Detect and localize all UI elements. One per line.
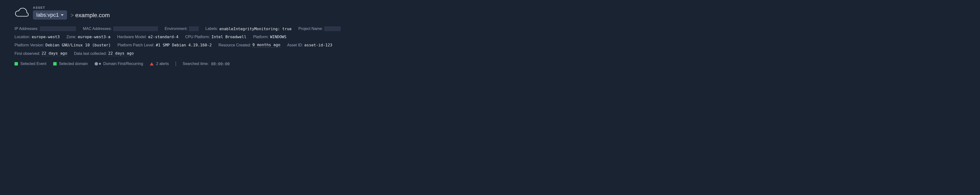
cpu-label: CPU Platform:: [185, 35, 210, 39]
ip-redacted: [40, 26, 76, 31]
breadcrumb-domain: example.com: [75, 12, 110, 19]
asset-header: ASSET labs:vpc1 > example.com: [14, 6, 966, 19]
meta-row-2: Location: europe-west3 Zone: europe-west…: [14, 35, 966, 39]
kv-platform: Platform: WINDOWS: [253, 35, 286, 39]
lastcol-value[interactable]: 22 days ago: [108, 51, 134, 56]
legend-selected-event-label: Selected Event: [20, 62, 46, 66]
meta-row-1: IP Addresses: MAC Addresses: Environment…: [14, 26, 966, 31]
alert-triangle-icon: [150, 62, 154, 65]
project-label: Project Name:: [298, 27, 323, 31]
legend-domain-fr-label: Domain First/Recurring: [103, 62, 143, 66]
kv-cpu: CPU Platform: Intel Broadwell: [185, 35, 246, 39]
asset-label: ASSET: [33, 6, 110, 10]
location-value: europe-west3: [32, 35, 60, 39]
assetid-value: asset-id-123: [304, 43, 332, 48]
legend-selected-event: Selected Event: [14, 62, 46, 66]
kv-ppatch: Platform Patch Level: #1 SMP Debian 4.19…: [118, 43, 212, 48]
legend-alerts-label: 2 alerts: [156, 62, 169, 66]
kv-rcreated: Resource Created: 9 months ago: [218, 43, 280, 48]
pver-label: Platform Version:: [14, 43, 44, 48]
mac-redacted: [113, 26, 158, 31]
cloud-icon: [14, 7, 29, 19]
asset-selector-text: labs:vpc1: [36, 12, 59, 18]
zone-label: Zone:: [67, 35, 76, 39]
hw-value: e2-standard-4: [148, 35, 178, 39]
firstobs-value[interactable]: 22 days ago: [41, 51, 67, 56]
rcreated-label: Resource Created:: [218, 43, 251, 48]
zone-value: europe-west3-a: [78, 35, 110, 39]
kv-assetid: Asset ID: asset-id-123: [287, 43, 332, 48]
legend: Selected Event Selected domain Domain Fi…: [14, 61, 966, 66]
kv-location: Location: europe-west3: [14, 35, 60, 39]
legend-alerts[interactable]: 2 alerts: [150, 62, 169, 66]
meta-row-4: First observed: 22 days ago Data last co…: [14, 51, 966, 56]
asset-metadata: IP Addresses: MAC Addresses: Environment…: [14, 26, 966, 56]
platform-label: Platform:: [253, 35, 269, 39]
pver-value: Debian GNU/Linux 10 (buster): [46, 43, 111, 48]
env-label: Environment:: [165, 27, 188, 31]
kv-lastcol: Data last collected: 22 days ago: [74, 51, 134, 56]
platform-value: WINDOWS: [270, 35, 286, 39]
labels-value: enableIntegrityMonitoring: true: [219, 27, 291, 31]
labels-label: Labels:: [205, 27, 218, 31]
square-icon: [14, 62, 18, 65]
mac-label: MAC Addresses:: [83, 27, 111, 31]
kv-pver: Platform Version: Debian GNU/Linux 10 (b…: [14, 43, 111, 48]
square-icon: [53, 62, 57, 65]
kv-env: Environment:: [165, 26, 199, 31]
lastcol-label: Data last collected:: [74, 51, 107, 56]
kv-zone: Zone: europe-west3-a: [67, 35, 111, 39]
chevron-down-icon: [61, 14, 64, 16]
ppatch-value: #1 SMP Debian 4.19.160-2: [156, 43, 212, 48]
project-redacted: [324, 26, 341, 31]
kv-labels: Labels: enableIntegrityMonitoring: true: [205, 27, 291, 31]
breadcrumb: > example.com: [70, 12, 110, 19]
kv-hw: Hardware Model: e2-standard-4: [117, 35, 178, 39]
kv-mac: MAC Addresses:: [83, 26, 158, 31]
kv-ip: IP Addresses:: [14, 26, 76, 31]
env-redacted: [189, 26, 199, 31]
assetid-label: Asset ID:: [287, 43, 303, 48]
legend-domain-fr: Domain First/Recurring: [95, 62, 143, 66]
rcreated-value[interactable]: 9 months ago: [252, 43, 280, 48]
ppatch-label: Platform Patch Level:: [118, 43, 154, 48]
legend-searched-time: Searched time: 08:00:00: [183, 62, 230, 66]
searched-time-value: 08:00:00: [211, 62, 230, 66]
dots-icon: [95, 62, 101, 65]
searched-time-label: Searched time:: [183, 62, 209, 66]
breadcrumb-sep: >: [70, 12, 74, 19]
kv-firstobs: First observed: 22 days ago: [14, 51, 67, 56]
kv-project: Project Name:: [298, 26, 341, 31]
meta-row-3: Platform Version: Debian GNU/Linux 10 (b…: [14, 43, 966, 48]
cpu-value: Intel Broadwell: [212, 35, 247, 39]
legend-selected-domain: Selected domain: [53, 62, 88, 66]
ip-label: IP Addresses:: [14, 27, 38, 31]
firstobs-label: First observed:: [14, 51, 40, 56]
legend-selected-domain-label: Selected domain: [59, 62, 88, 66]
hw-label: Hardware Model:: [117, 35, 146, 39]
asset-selector[interactable]: labs:vpc1: [33, 10, 67, 19]
location-label: Location:: [14, 35, 30, 39]
